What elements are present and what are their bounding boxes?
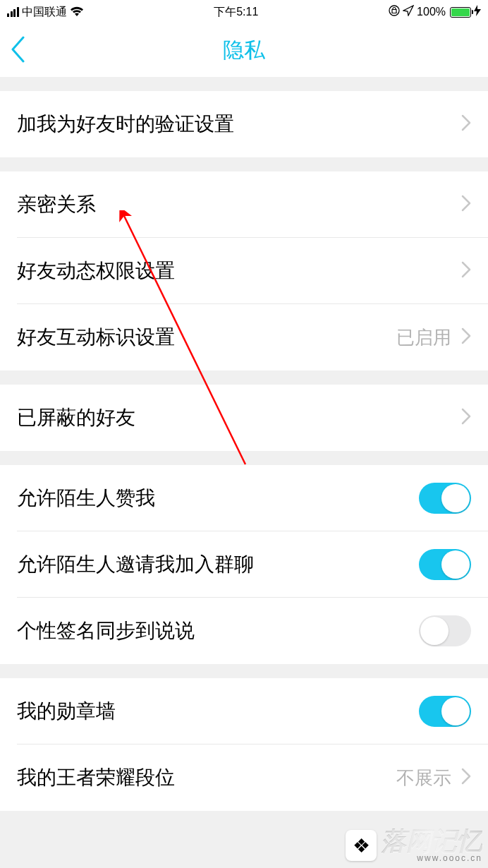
item-label: 允许陌生人邀请我加入群聊	[17, 551, 254, 578]
chevron-right-icon	[461, 261, 471, 281]
location-icon	[403, 5, 414, 19]
item-right	[461, 261, 471, 281]
list-item[interactable]: 好友互动标识设置已启用	[0, 304, 488, 370]
list-item[interactable]: 亲密关系	[0, 171, 488, 238]
chevron-right-icon	[461, 768, 471, 788]
item-label: 个性签名同步到说说	[17, 617, 195, 644]
charge-icon	[474, 5, 481, 19]
status-bar: 中国联通 下午5:11 100%	[0, 0, 488, 24]
list-item[interactable]: 已屏蔽的好友	[0, 385, 488, 451]
item-label: 加我为好友时的验证设置	[17, 111, 234, 138]
status-left: 中国联通	[7, 5, 84, 20]
watermark: ❖ 落网记忆 www.oooc.cn	[346, 828, 482, 862]
status-right: 100%	[389, 5, 481, 19]
section-gap	[0, 451, 488, 465]
watermark-sub: www.oooc.cn	[381, 854, 482, 862]
list-item[interactable]: 加我为好友时的验证设置	[0, 91, 488, 157]
list-item[interactable]: 允许陌生人赞我	[0, 465, 488, 531]
page-title: 隐私	[223, 36, 265, 65]
toggle-knob	[420, 617, 449, 645]
item-value: 不展示	[396, 766, 451, 790]
toggle-switch[interactable]	[419, 615, 471, 646]
item-right: 不展示	[396, 766, 471, 790]
item-label: 亲密关系	[17, 191, 96, 218]
item-label: 好友互动标识设置	[17, 324, 175, 351]
nav-bar: 隐私	[0, 24, 488, 77]
toggle-knob	[441, 484, 470, 512]
section-gap	[0, 370, 488, 385]
toggle-switch[interactable]	[419, 483, 471, 514]
list-item[interactable]: 个性签名同步到说说	[0, 598, 488, 664]
list-item[interactable]: 我的王者荣耀段位不展示	[0, 745, 488, 811]
watermark-main: 落网记忆	[381, 828, 482, 854]
toggle-switch[interactable]	[419, 549, 471, 580]
battery-icon	[450, 7, 471, 18]
section-gap	[0, 77, 488, 91]
wifi-icon	[70, 6, 84, 18]
section-gap	[0, 157, 488, 171]
back-button[interactable]	[10, 36, 25, 66]
chevron-right-icon	[461, 195, 471, 215]
toggle-knob	[441, 550, 470, 579]
list-item[interactable]: 我的勋章墙	[0, 678, 488, 745]
item-right: 已启用	[396, 325, 471, 350]
item-label: 我的王者荣耀段位	[17, 764, 175, 791]
signal-icon	[7, 7, 19, 17]
item-right	[461, 195, 471, 215]
item-right	[461, 408, 471, 428]
item-label: 已屏蔽的好友	[17, 404, 135, 431]
item-value: 已启用	[396, 325, 451, 350]
chevron-right-icon	[461, 408, 471, 428]
item-right	[419, 615, 471, 646]
list-item[interactable]: 允许陌生人邀请我加入群聊	[0, 531, 488, 598]
item-right	[419, 549, 471, 580]
chevron-right-icon	[461, 114, 471, 134]
item-right	[419, 483, 471, 514]
item-right	[461, 114, 471, 134]
item-right	[419, 696, 471, 727]
section-gap	[0, 664, 488, 678]
toggle-knob	[441, 697, 470, 725]
battery-percent: 100%	[417, 6, 446, 18]
status-time: 下午5:11	[214, 5, 258, 20]
list-item[interactable]: 好友动态权限设置	[0, 238, 488, 304]
watermark-icon: ❖	[346, 830, 377, 861]
item-label: 允许陌生人赞我	[17, 485, 155, 512]
toggle-switch[interactable]	[419, 696, 471, 727]
item-label: 好友动态权限设置	[17, 258, 175, 284]
orientation-lock-icon	[389, 5, 400, 19]
chevron-right-icon	[461, 327, 471, 347]
carrier-label: 中国联通	[22, 5, 67, 20]
item-label: 我的勋章墙	[17, 698, 116, 725]
